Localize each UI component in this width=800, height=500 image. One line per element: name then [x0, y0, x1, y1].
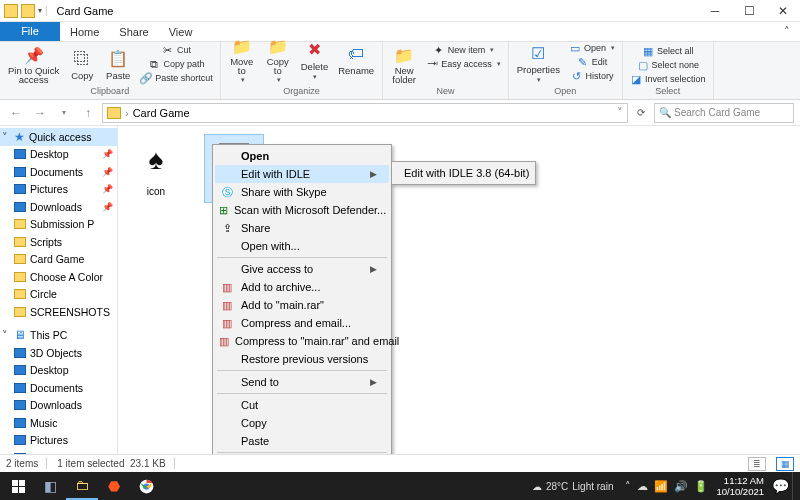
ctx-cut[interactable]: Cut [215, 396, 389, 414]
start-button[interactable] [2, 472, 34, 500]
battery-icon[interactable]: 🔋 [694, 480, 708, 493]
nav-item[interactable]: Downloads📌 [0, 198, 117, 216]
chrome-icon [139, 479, 154, 494]
nav-item[interactable]: Desktop📌 [0, 146, 117, 164]
ribbon-collapse-button[interactable]: ˄ [774, 22, 800, 41]
nav-item[interactable]: Documents📌 [0, 163, 117, 181]
select-none-button[interactable]: ▢Select none [627, 58, 709, 72]
ctx-send-to[interactable]: Send to▶ [215, 373, 389, 391]
paste-button[interactable]: 📋 Paste [101, 43, 135, 86]
nav-forward-button[interactable]: → [30, 103, 50, 123]
ctx-defender[interactable]: ⊞Scan with Microsoft Defender... [215, 201, 389, 219]
nav-item[interactable]: Pictures📌 [0, 181, 117, 199]
tab-view[interactable]: View [159, 22, 203, 41]
breadcrumb-dropdown-icon[interactable]: ˅ [617, 106, 623, 119]
nav-item[interactable]: Documents [0, 379, 117, 397]
ctx-compress-email[interactable]: ▥Compress and email... [215, 314, 389, 332]
ctx-open[interactable]: Open [215, 147, 389, 165]
volume-icon[interactable]: 🔊 [674, 480, 688, 493]
cut-button[interactable]: ✂Cut [137, 43, 216, 57]
new-item-button[interactable]: ✦New item [423, 43, 504, 57]
nav-item[interactable]: SCREENSHOTS [0, 303, 117, 321]
maximize-button[interactable]: ☐ [732, 0, 766, 22]
ctx-give-access[interactable]: Give access to▶ [215, 260, 389, 278]
delete-button[interactable]: ✖Delete [297, 34, 332, 86]
pin-quick-access-button[interactable]: 📌 Pin to Quick access [4, 43, 63, 86]
copy-path-button[interactable]: ⧉Copy path [137, 57, 216, 71]
move-to-button[interactable]: 📁Move to [225, 34, 259, 86]
nav-item[interactable]: Choose A Color [0, 268, 117, 286]
file-icon[interactable]: ♠ icon [126, 134, 186, 203]
search-input[interactable]: 🔍 Search Card Game [654, 103, 794, 123]
show-desktop-button[interactable] [792, 472, 798, 500]
open-icon: ▭ [569, 42, 581, 54]
weather-widget[interactable]: ☁28°CLight rain [524, 481, 621, 492]
view-details-button[interactable]: ≣ [748, 457, 766, 471]
file-content-area[interactable]: ♠ icon main Open Edit with IDLE▶ ⓈShare … [118, 126, 800, 454]
system-tray[interactable]: ˄ ☁ 📶 🔊 🔋 [621, 480, 712, 493]
rename-button[interactable]: 🏷Rename [334, 34, 378, 86]
window-icon [4, 4, 18, 18]
properties-button[interactable]: ☑Properties [513, 41, 564, 86]
nav-item[interactable]: Pictures [0, 432, 117, 450]
tray-chevron-icon[interactable]: ˄ [625, 480, 631, 493]
ctx-copy[interactable]: Copy [215, 414, 389, 432]
ctx-add-mainrar[interactable]: ▥Add to "main.rar" [215, 296, 389, 314]
ctx-restore[interactable]: Restore previous versions [215, 350, 389, 368]
qat-chevron-icon[interactable]: ▾ [38, 6, 42, 15]
qat-icon[interactable] [21, 4, 35, 18]
new-folder-button[interactable]: 📁New folder [387, 43, 421, 86]
nav-this-pc[interactable]: ˅🖥This PC [0, 327, 117, 345]
nav-item[interactable]: Music [0, 414, 117, 432]
paste-shortcut-button[interactable]: 🔗Paste shortcut [137, 71, 216, 85]
nav-pane[interactable]: ˅★Quick access Desktop📌Documents📌Picture… [0, 126, 118, 454]
ctx-compress-mainrar-email[interactable]: ▥Compress to "main.rar" and email [215, 332, 389, 350]
nav-quick-access[interactable]: ˅★Quick access [0, 128, 117, 146]
nav-item[interactable]: Scripts [0, 233, 117, 251]
breadcrumb[interactable]: › Card Game ˅ [102, 103, 628, 123]
edit-button[interactable]: ✎Edit [566, 55, 618, 69]
taskview-button[interactable]: ◧ [34, 472, 66, 500]
minimize-button[interactable]: ─ [698, 0, 732, 22]
ctx-share[interactable]: ⇪Share [215, 219, 389, 237]
nav-item[interactable]: 3D Objects [0, 344, 117, 362]
tab-share[interactable]: Share [109, 22, 158, 41]
ctx-add-archive[interactable]: ▥Add to archive... [215, 278, 389, 296]
nav-item[interactable]: Circle [0, 286, 117, 304]
select-all-button[interactable]: ▦Select all [627, 44, 709, 58]
tab-file[interactable]: File [0, 22, 60, 41]
history-button[interactable]: ↺History [566, 69, 618, 83]
ctx-share-skype[interactable]: ⓈShare with Skype [215, 183, 389, 201]
nav-recent-button[interactable]: ▾ [54, 103, 74, 123]
taskbar-explorer[interactable]: 🗀 [66, 472, 98, 500]
copy-button[interactable]: ⿻ Copy [65, 43, 99, 86]
nav-item[interactable]: Card Game [0, 251, 117, 269]
refresh-button[interactable]: ⟳ [632, 104, 650, 122]
nav-item[interactable]: Downloads [0, 397, 117, 415]
nav-up-button[interactable]: ↑ [78, 103, 98, 123]
onedrive-icon[interactable]: ☁ [637, 480, 648, 493]
taskbar-clock[interactable]: 11:12 AM 10/10/2021 [712, 475, 768, 497]
close-button[interactable]: ✕ [766, 0, 800, 22]
ctx-edit-idle[interactable]: Edit with IDLE▶ [215, 165, 389, 183]
notifications-button[interactable]: 💬 [768, 472, 792, 500]
nav-item[interactable]: Submission P [0, 216, 117, 234]
group-select-label: Select [627, 86, 709, 97]
copy-to-button[interactable]: 📁Copy to [261, 34, 295, 86]
taskbar-brave[interactable]: ⬣ [98, 472, 130, 500]
ctx-paste[interactable]: Paste [215, 432, 389, 450]
taskbar-chrome[interactable] [130, 472, 162, 500]
edit-icon: ✎ [577, 56, 589, 68]
ctx-idle-38[interactable]: Edit with IDLE 3.8 (64-bit) [394, 164, 533, 182]
invert-selection-button[interactable]: ◪Invert selection [627, 72, 709, 86]
rename-icon: 🏷 [346, 44, 366, 64]
view-icons-button[interactable]: ▦ [776, 457, 794, 471]
tab-home[interactable]: Home [60, 22, 109, 41]
easy-access-button[interactable]: ⭲Easy access [423, 57, 504, 71]
nav-item[interactable]: Desktop [0, 362, 117, 380]
open-button[interactable]: ▭Open [566, 41, 618, 55]
ctx-open-with[interactable]: Open with... [215, 237, 389, 255]
nav-back-button[interactable]: ← [6, 103, 26, 123]
wifi-icon[interactable]: 📶 [654, 480, 668, 493]
breadcrumb-item[interactable]: Card Game [133, 107, 190, 119]
